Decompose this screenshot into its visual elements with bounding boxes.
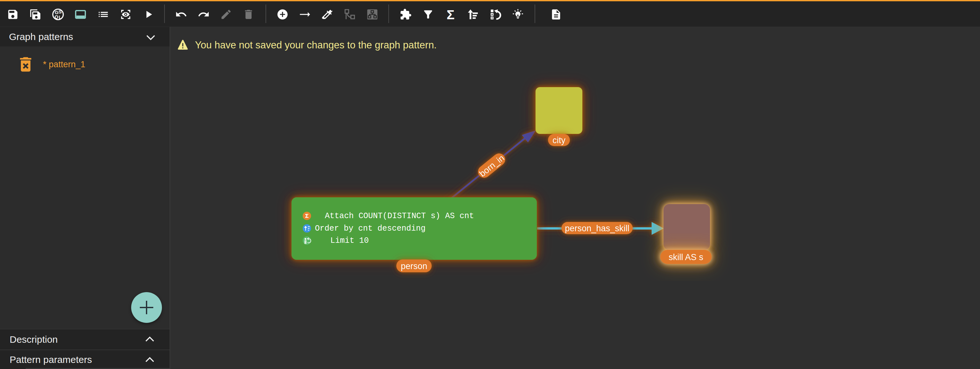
svg-text:Q: Q bbox=[54, 14, 58, 19]
svg-text:Attach COUNT(DISTINCT s) AS cn: Attach COUNT(DISTINCT s) AS cnt bbox=[325, 211, 474, 221]
svg-text:city: city bbox=[552, 136, 566, 145]
svg-text:person_has_skill: person_has_skill bbox=[565, 223, 629, 233]
svg-text:S: S bbox=[58, 9, 62, 14]
svg-text:skill AS s: skill AS s bbox=[669, 252, 703, 262]
svg-text:Limit 10: Limit 10 bbox=[330, 236, 369, 245]
svg-text:person: person bbox=[401, 261, 428, 271]
svg-text:Order by cnt descending: Order by cnt descending bbox=[315, 224, 426, 233]
svg-text:L: L bbox=[59, 14, 62, 20]
svg-text:Σ: Σ bbox=[447, 8, 455, 21]
svg-text:Σ: Σ bbox=[305, 213, 309, 220]
